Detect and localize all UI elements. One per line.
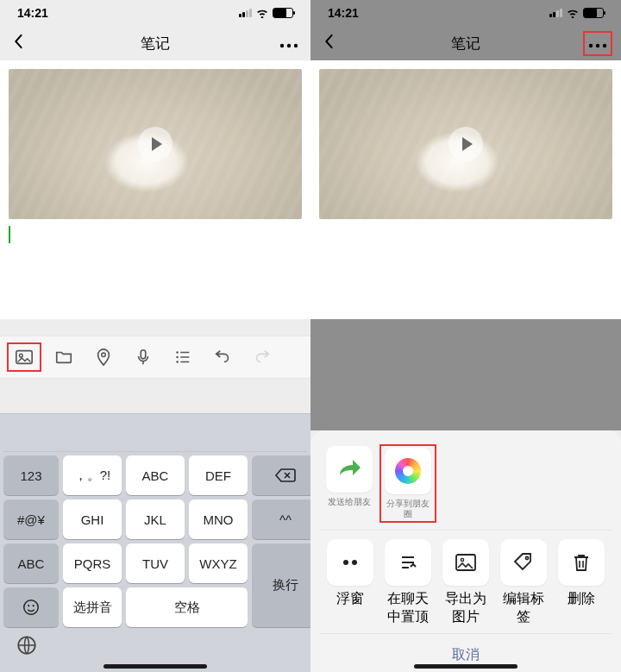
status-bar: 14:21 [0, 0, 310, 26]
delete-label: 删除 [556, 590, 607, 608]
float-icon [327, 539, 373, 586]
action-delete[interactable]: 删除 [556, 539, 607, 626]
page-title: 笔记 [310, 34, 621, 53]
page-title: 笔记 [0, 34, 310, 53]
key-return[interactable]: 换行 [252, 543, 319, 627]
share-row: 发送给朋友 分享到朋友圈 [319, 443, 612, 530]
svg-point-17 [343, 560, 348, 565]
svg-point-18 [352, 560, 357, 565]
nav-bar: 笔记 [0, 26, 310, 60]
moments-icon [385, 448, 431, 494]
share-forward-icon [326, 446, 373, 493]
undo-button[interactable] [205, 342, 240, 372]
status-time: 14:21 [17, 6, 48, 20]
note-content[interactable] [0, 60, 310, 319]
key-jkl[interactable]: JKL [126, 499, 185, 539]
export-label: 导出为图片 [440, 590, 491, 626]
export-image-icon [442, 539, 489, 586]
key-sym[interactable]: #@¥ [3, 499, 59, 539]
status-time: 14:21 [328, 6, 359, 20]
svg-point-8 [176, 356, 179, 359]
key-space[interactable]: 空格 [126, 587, 248, 627]
svg-point-10 [24, 600, 39, 615]
home-indicator[interactable] [414, 664, 518, 669]
share-send-label: 发送给朋友 [324, 497, 374, 507]
globe-button[interactable] [16, 634, 38, 656]
keyboard-suggestion-bar[interactable] [3, 419, 307, 452]
svg-point-20 [461, 558, 463, 561]
battery-icon [583, 8, 604, 18]
editor-toolbar [0, 336, 310, 379]
key-wxyz[interactable]: WXYZ [189, 543, 248, 583]
key-def[interactable]: DEF [189, 455, 248, 495]
key-abc-switch[interactable]: ABC [3, 543, 59, 583]
key-mno[interactable]: MNO [189, 499, 248, 539]
redo-button[interactable] [245, 342, 279, 372]
key-ghi[interactable]: GHI [63, 499, 122, 539]
svg-rect-6 [141, 350, 146, 359]
tag-icon [500, 539, 547, 586]
share-moments-label: 分享到朋友圈 [383, 499, 433, 519]
key-punct[interactable]: ，。?! [63, 455, 122, 495]
location-button[interactable] [86, 342, 121, 372]
action-export[interactable]: 导出为图片 [440, 539, 491, 626]
svg-point-7 [176, 351, 179, 354]
svg-point-4 [20, 354, 23, 357]
pin-label: 在聊天中置顶 [382, 590, 433, 626]
svg-point-5 [102, 353, 106, 357]
status-bar: 14:21 [310, 0, 621, 26]
share-sheet: 发送给朋友 分享到朋友圈 浮窗 [310, 430, 621, 672]
key-select-pinyin[interactable]: 选拼音 [63, 587, 122, 627]
float-label: 浮窗 [324, 590, 375, 608]
note-content [310, 60, 621, 319]
svg-point-21 [526, 556, 529, 559]
nav-bar: 笔记 [310, 26, 621, 60]
trash-icon [558, 539, 605, 586]
action-row: 浮窗 在聊天中置顶 导出为图片 [319, 530, 612, 633]
pin-icon [385, 539, 431, 586]
play-icon[interactable] [138, 127, 172, 161]
share-send-to-friend[interactable]: 发送给朋友 [324, 446, 374, 521]
play-icon [448, 127, 483, 161]
keyboard[interactable]: 123 ，。?! ABC DEF #@¥ GHI JKL MNO ^^ ABC … [0, 413, 310, 672]
wifi-icon [566, 8, 580, 18]
key-caret[interactable]: ^^ [252, 499, 319, 539]
action-pin[interactable]: 在聊天中置顶 [382, 539, 433, 626]
status-icons [549, 8, 604, 18]
svg-point-11 [28, 605, 29, 606]
tag-label: 编辑标签 [499, 590, 549, 626]
mic-button[interactable] [126, 342, 160, 372]
signal-icon [239, 9, 252, 17]
svg-point-9 [176, 361, 179, 363]
right-screenshot: 14:21 笔记 [310, 0, 621, 672]
status-icons [239, 8, 293, 18]
key-emoji[interactable] [3, 587, 59, 627]
insert-photo-button[interactable] [7, 342, 41, 372]
action-float[interactable]: 浮窗 [324, 539, 375, 626]
video-thumbnail [319, 69, 612, 219]
list-button[interactable] [166, 342, 200, 372]
folder-button[interactable] [47, 342, 81, 372]
key-tuv[interactable]: TUV [126, 543, 185, 583]
action-tag[interactable]: 编辑标签 [499, 539, 549, 626]
svg-point-12 [33, 605, 34, 606]
share-moments-highlight: 分享到朋友圈 [380, 444, 436, 523]
wifi-icon [255, 8, 269, 18]
share-to-moments[interactable]: 分享到朋友圈 [383, 448, 433, 519]
video-thumbnail[interactable] [9, 69, 302, 219]
key-pqrs[interactable]: PQRS [63, 543, 122, 583]
key-backspace[interactable] [252, 455, 319, 495]
home-indicator[interactable] [104, 664, 207, 669]
left-screenshot: 14:21 笔记 [0, 0, 310, 672]
key-123[interactable]: 123 [3, 455, 59, 495]
signal-icon [549, 9, 562, 17]
key-abc1[interactable]: ABC [126, 455, 185, 495]
battery-icon [273, 8, 293, 18]
text-cursor [9, 226, 10, 243]
